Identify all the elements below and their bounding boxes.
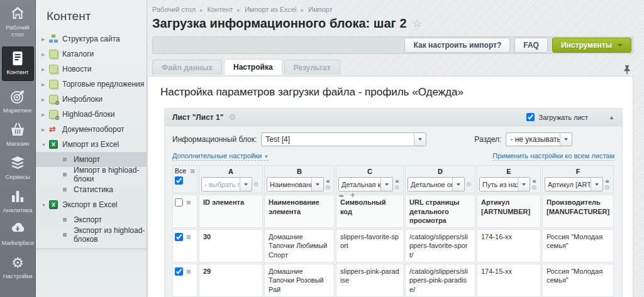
expander-icon[interactable] [42,97,49,102]
row-checkbox[interactable] [175,267,183,276]
field-name-cell: URL страницы детального просмотра [405,195,475,228]
more-settings-link[interactable]: Дополнительные настройки▼ [172,152,269,161]
iconbar-item-marketplace[interactable]: Marketplace [2,222,34,247]
tab[interactable]: Файл данных [152,60,222,75]
breadcrumb-link[interactable]: Импорт [308,6,332,13]
chevron-down-icon [414,133,426,146]
menu-item-icon [63,173,67,176]
load-sheet-checkbox[interactable] [526,113,535,121]
column-header-cell: A - выбрать поле - « [199,165,263,193]
expander-icon[interactable] [42,37,49,41]
sidebar-item[interactable]: Импорт [36,152,147,167]
sidebar-item[interactable]: Экспорт в Excel [36,197,147,212]
cell-article: 174-15-xx [477,264,541,297]
add-column-icon[interactable]: + [350,190,355,201]
wizard-tabs: Файл данных Настройка Результат [152,59,644,75]
iblock-select[interactable]: Test [4] [261,132,426,146]
chevron-down-icon [560,133,572,146]
tools-button[interactable]: Инструменты [552,38,631,53]
column-header-cell: C Детальная картинк « [336,165,404,193]
expander-icon[interactable] [42,127,49,132]
tab[interactable]: Результат [284,60,340,75]
breadcrumb-link[interactable]: Импорт из Excel [245,6,308,13]
breadcrumb: Рабочий столКонтентИмпорт из ExcelИмпорт [147,0,644,13]
menu-item-icon [63,188,67,192]
field-select[interactable]: Детальное описание [408,177,465,192]
faq-button[interactable]: FAQ [514,38,548,53]
menu-item-icon [49,200,58,209]
breadcrumb-link[interactable]: Рабочий стол [152,6,208,13]
favorite-star-icon[interactable]: ☆ [413,17,422,30]
field-names-row: ≡ ID элемента Наименование элемента Симв… [172,195,614,228]
column-header-cell: E Путь из названий р « [477,165,541,193]
expander-icon[interactable] [42,67,49,72]
iconbar-item-desktop[interactable]: Рабочий стол [2,6,34,38]
field-select[interactable]: Наименование элем [267,177,324,192]
field-select[interactable]: Артикул [ARTNUMBE [545,177,603,192]
column-gear-icon[interactable]: ⚙ [325,185,331,191]
sheet-gear-icon[interactable]: ⚙ [228,112,236,122]
row-checkbox[interactable] [175,233,183,241]
sidebar-item[interactable]: Документооборот [36,122,147,137]
header-row-checkbox[interactable] [175,198,183,207]
column-gear-icon[interactable]: ⚙ [531,185,537,191]
menu-burger-icon[interactable]: ≡ [186,233,191,241]
menu-item-icon [49,35,58,43]
expander-icon[interactable] [42,112,49,117]
breadcrumb-link[interactable]: Контент [208,6,245,13]
sidebar-item[interactable]: Экспорт из highload-блоков [36,227,147,242]
sidebar-item[interactable]: Инфоблоки [36,92,147,107]
expander-icon[interactable] [42,82,49,87]
apply-all-sheets-link[interactable]: Применить настройки ко всем листам [492,152,614,161]
menu-item-icon [49,50,58,58]
iconbar-item-analytics[interactable]: Аналитика [2,189,34,214]
sidebar-item[interactable]: Импорт из Excel [36,137,147,152]
expander-icon[interactable] [42,203,49,207]
tab[interactable]: Настройка [224,59,282,75]
menu-burger-icon[interactable]: ≡ [186,198,191,207]
iconbar-item-content[interactable]: Контент [2,46,34,81]
column-gear-icon[interactable]: ⚙ [604,185,610,191]
sheet-panel: Лист "Лист 1" ⚙ Загружать лист ▲ Информа… [164,108,623,297]
select-all-label: Все [175,167,186,176]
move-column-icons[interactable]: ◂▸ [338,193,345,199]
column-gear-icon[interactable]: ⚙ [394,185,400,191]
menu-burger-icon[interactable]: ≡ [190,167,195,175]
collapse-panel-icon[interactable]: ▲ [609,114,614,121]
menu-burger-icon[interactable]: ≡ [186,267,191,276]
toolbar: Как настроить импорт? FAQ Инструменты [152,36,633,54]
expander-icon[interactable] [42,143,49,147]
iconbar-item-settings[interactable]: ⚙ Настройки [2,255,34,280]
sidebar-item[interactable]: Структура сайта [36,31,147,46]
menu-item-label: Экспорт из highload-блоков [74,226,147,244]
select-all-checkbox[interactable] [175,176,183,185]
sidebar-item[interactable]: Новости [36,62,147,77]
menu-item-label: Инфоблоки [62,95,103,104]
field-select[interactable]: Детальная картинк [338,177,393,192]
expander-icon[interactable] [42,52,49,57]
column-gear-icon[interactable]: ⚙ [253,181,259,188]
chevron-down-icon [452,178,464,191]
menu-item-icon [49,80,58,89]
cell-manufacturer: Россия "Молодая семья" [542,264,614,297]
menu-item-label: Структура сайта [62,35,120,43]
field-select[interactable]: - выбрать поле - [201,177,252,192]
column-gear-icon[interactable]: ⚙ [466,181,472,188]
column-select-row: Все ≡ A [172,165,614,193]
sidebar-item[interactable]: Статистика [36,182,147,197]
iconbar-item-services[interactable]: Сервисы [2,156,34,181]
sidebar-item[interactable]: Торговые предложения [36,77,147,92]
sidebar-item[interactable]: Каталоги [36,46,147,62]
sidebar-item[interactable]: Экспорт [36,212,147,227]
help-import-button[interactable]: Как настроить импорт? [404,38,510,53]
menu-item-icon [49,95,58,104]
iconbar-item-shop[interactable]: Магазин [2,122,34,148]
iconbar-item-marketing[interactable]: Маркетинг [2,89,34,114]
target-icon [2,89,34,105]
section-select[interactable]: - не указывать - [506,132,572,146]
column-letter: F [545,167,611,176]
sidebar-item[interactable]: Импорт в highload-блоки [36,167,147,182]
content-menu: Контент Структура сайта Каталоги [36,0,147,297]
field-select[interactable]: Путь из названий р [479,177,530,192]
sidebar-item[interactable]: Highload-блоки [36,107,147,122]
